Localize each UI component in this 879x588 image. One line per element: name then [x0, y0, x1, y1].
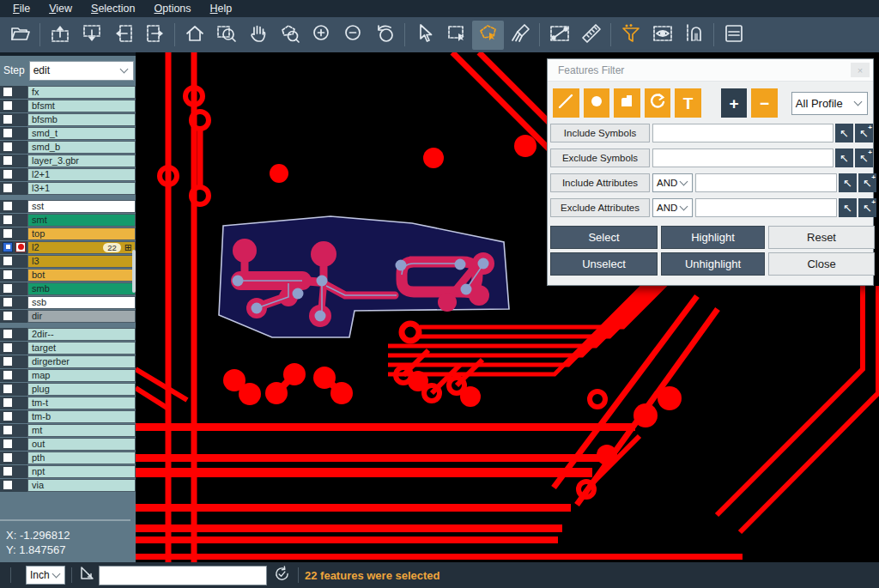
layer-visibility-checkbox[interactable]: [3, 411, 13, 421]
pick-add-from-canvas-button[interactable]: ↖+: [855, 149, 873, 167]
filter-row-label-button[interactable]: Exclude Attributes: [550, 198, 650, 217]
layer-visibility-checkbox[interactable]: [3, 452, 13, 463]
menu-selection[interactable]: Selection: [82, 1, 144, 16]
menu-help[interactable]: Help: [201, 1, 242, 16]
layer-row[interactable]: out: [0, 438, 136, 451]
layer-row[interactable]: l2+1: [0, 168, 136, 181]
layer-name[interactable]: tm-t: [27, 397, 136, 409]
layer-row[interactable]: dirgerber: [0, 355, 136, 368]
layer-name[interactable]: l3+1: [27, 182, 136, 195]
command-input[interactable]: [99, 566, 267, 585]
layer-row[interactable]: smb: [0, 282, 136, 295]
unselect-button[interactable]: Unselect: [550, 252, 658, 276]
layer-row[interactable]: bfsmt: [0, 100, 136, 112]
layer-name[interactable]: mt: [27, 424, 136, 437]
zoom-in-button[interactable]: [306, 21, 337, 50]
layer-row[interactable]: map: [0, 369, 136, 382]
sync-apply-icon[interactable]: [274, 566, 290, 585]
layer-row[interactable]: layer_3.gbr: [0, 155, 136, 167]
filter-value-input[interactable]: [652, 149, 834, 167]
layer-visibility-checkbox[interactable]: [3, 215, 13, 225]
menu-file[interactable]: File: [3, 1, 39, 16]
close-button[interactable]: Close: [768, 252, 875, 276]
snap-mode-button[interactable]: [678, 21, 710, 50]
polarity-positive-button[interactable]: +: [721, 88, 748, 118]
feature-pad-button[interactable]: [584, 88, 610, 118]
layer-row[interactable]: l3: [0, 255, 136, 268]
filter-value-input[interactable]: [695, 173, 837, 192]
feature-line-button[interactable]: [553, 88, 579, 118]
layer-row[interactable]: via: [0, 479, 136, 492]
pick-from-canvas-button[interactable]: ↖: [839, 173, 857, 192]
layer-visibility-checkbox[interactable]: [3, 114, 13, 124]
filter-row-label-button[interactable]: Include Attributes: [550, 173, 650, 192]
layer-row[interactable]: smd_t: [0, 127, 136, 140]
pan-hand-button[interactable]: [242, 21, 274, 50]
panel-list-button[interactable]: [718, 21, 749, 50]
layer-row[interactable]: l222⊞: [0, 241, 136, 254]
layer-list-scrollbar[interactable]: [132, 250, 136, 293]
pick-add-from-canvas-button[interactable]: ↖+: [855, 124, 873, 142]
filter-value-input[interactable]: [652, 124, 834, 142]
layer-name[interactable]: bot: [27, 269, 136, 282]
layer-visibility-checkbox[interactable]: [3, 270, 13, 280]
layer-row[interactable]: l3+1: [0, 182, 136, 195]
layer-name[interactable]: tm-b: [27, 410, 136, 423]
selection-polygon[interactable]: [219, 216, 509, 337]
layer-name[interactable]: smd_b: [27, 141, 136, 154]
layer-visibility-checkbox[interactable]: [3, 283, 13, 294]
layer-row[interactable]: fx: [0, 86, 136, 99]
layer-visibility-checkbox[interactable]: [3, 242, 13, 252]
layer-name[interactable]: bfsmt: [27, 100, 136, 112]
layer-name[interactable]: map: [27, 369, 136, 382]
zoom-area-button[interactable]: [210, 21, 242, 50]
feature-text-button[interactable]: T: [675, 88, 701, 118]
operator-select[interactable]: AND: [652, 173, 693, 192]
layer-row[interactable]: ssb: [0, 296, 136, 309]
pan-down-button[interactable]: [76, 21, 107, 50]
layer-name[interactable]: npt: [27, 465, 136, 478]
unit-select[interactable]: Inch: [26, 566, 65, 585]
menu-view[interactable]: View: [39, 1, 82, 16]
layer-name[interactable]: smb: [27, 282, 136, 295]
polarity-negative-button[interactable]: −: [751, 88, 778, 118]
layer-name[interactable]: out: [27, 438, 136, 451]
dialog-titlebar[interactable]: Features Filter ×: [548, 59, 873, 82]
open-file-button[interactable]: [4, 21, 36, 50]
layer-name[interactable]: l222⊞: [27, 241, 136, 254]
zoom-object-button[interactable]: [274, 21, 306, 50]
layer-visibility-checkbox[interactable]: [3, 228, 13, 239]
layer-row[interactable]: dir: [0, 310, 136, 323]
layer-name[interactable]: l2+1: [27, 168, 136, 181]
layer-name[interactable]: smt: [27, 214, 136, 227]
view-options-button[interactable]: [646, 21, 678, 50]
layer-visibility-checkbox[interactable]: [3, 87, 13, 97]
layer-visibility-checkbox[interactable]: [3, 201, 13, 211]
pan-left-button[interactable]: [107, 21, 139, 50]
layer-row[interactable]: npt: [0, 465, 136, 478]
layer-visibility-checkbox[interactable]: [3, 466, 13, 476]
layer-visibility-checkbox[interactable]: [3, 384, 13, 394]
pick-add-from-canvas-button[interactable]: ↖+: [858, 173, 876, 192]
zoom-out-button[interactable]: [337, 21, 369, 50]
reset-button[interactable]: Reset: [768, 226, 875, 249]
filter-row-label-button[interactable]: Include Symbols: [550, 124, 650, 142]
home-view-button[interactable]: [179, 21, 210, 50]
layer-row[interactable]: 2dir--: [0, 328, 136, 341]
layer-visibility-checkbox[interactable]: [3, 425, 13, 435]
layer-visibility-checkbox[interactable]: [3, 155, 13, 166]
highlight-button[interactable]: Highlight: [661, 226, 765, 249]
select-button[interactable]: Select: [550, 226, 658, 249]
layer-visibility-checkbox[interactable]: [3, 439, 13, 449]
layer-name[interactable]: sst: [27, 200, 136, 213]
layer-visibility-checkbox[interactable]: [3, 329, 13, 339]
features-filter-button[interactable]: [615, 21, 646, 50]
layer-name[interactable]: smd_t: [27, 127, 136, 140]
layer-name[interactable]: top: [27, 227, 136, 240]
unhighlight-button[interactable]: Unhighlight: [661, 252, 765, 276]
layer-row[interactable]: smt: [0, 214, 136, 227]
layer-row[interactable]: top: [0, 227, 136, 240]
layer-visibility-checkbox[interactable]: [3, 356, 13, 367]
layer-visibility-checkbox[interactable]: [3, 183, 13, 193]
layer-row[interactable]: tm-b: [0, 410, 136, 423]
